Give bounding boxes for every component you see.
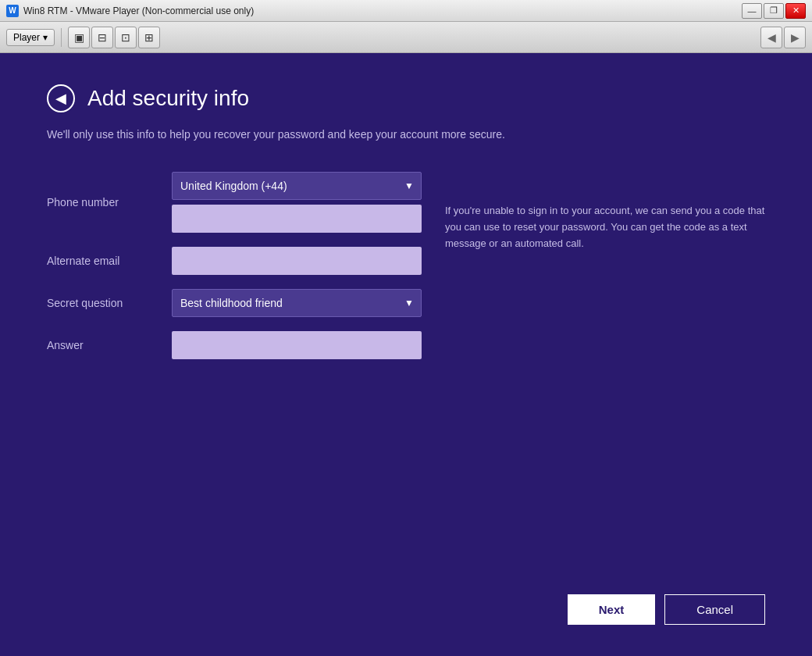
app-icon: W <box>6 5 19 17</box>
info-text: If you're unable to sign in to your acco… <box>445 203 765 251</box>
nav-forward-arrow[interactable]: ▶ <box>784 27 806 48</box>
minimize-button[interactable]: — <box>742 3 762 19</box>
secret-question-label: Secret question <box>47 297 172 309</box>
answer-row: Answer <box>47 331 422 359</box>
player-dropdown-icon: ▾ <box>43 32 48 43</box>
page-subtitle: We'll only use this info to help you rec… <box>47 128 765 141</box>
next-button[interactable]: Next <box>568 594 656 625</box>
phone-country-wrapper: United Kingdom (+44) United States (+1) … <box>172 172 422 200</box>
phone-control: United Kingdom (+44) United States (+1) … <box>172 172 422 233</box>
player-group: Player ▾ <box>6 29 55 46</box>
page-title: Add security info <box>87 86 249 111</box>
answer-label: Answer <box>47 339 172 351</box>
title-bar: W Win8 RTM - VMware Player (Non-commerci… <box>0 0 812 22</box>
secret-question-select[interactable]: Best childhood friend Name of first pet … <box>172 289 422 317</box>
phone-label: Phone number <box>47 196 172 209</box>
form-fields: Phone number United Kingdom (+44) United… <box>47 172 765 373</box>
alternate-email-label: Alternate email <box>47 255 172 267</box>
phone-field-group: United Kingdom (+44) United States (+1) … <box>172 172 422 233</box>
answer-input[interactable] <box>172 331 422 359</box>
toolbar-icon-4[interactable]: ⊞ <box>138 27 160 48</box>
toolbar-icons-group: ▣ ⊟ ⊡ ⊞ <box>68 27 160 48</box>
toolbar: Player ▾ ▣ ⊟ ⊡ ⊞ ◀ ▶ <box>0 22 812 53</box>
title-bar-buttons: — ❐ ✕ <box>742 3 806 19</box>
secret-question-control: Best childhood friend Name of first pet … <box>172 289 422 317</box>
main-content: ◀ Add security info We'll only use this … <box>0 53 812 656</box>
form-right-info: If you're unable to sign in to your acco… <box>445 172 765 373</box>
alternate-email-control <box>172 247 422 275</box>
restore-button[interactable]: ❐ <box>764 3 784 19</box>
player-label: Player <box>13 32 40 43</box>
toolbar-separator-1 <box>61 28 62 47</box>
toolbar-icon-3[interactable]: ⊡ <box>115 27 137 48</box>
alternate-email-row: Alternate email <box>47 247 422 275</box>
back-button[interactable]: ◀ <box>47 84 75 112</box>
cancel-button[interactable]: Cancel <box>664 594 765 625</box>
buttons-row: Next Cancel <box>47 547 765 625</box>
toolbar-icon-1[interactable]: ▣ <box>68 27 90 48</box>
nav-arrows: ◀ ▶ <box>760 27 806 48</box>
page-header: ◀ Add security info <box>47 84 765 112</box>
secret-question-row: Secret question Best childhood friend Na… <box>47 289 422 317</box>
alternate-email-input[interactable] <box>172 247 422 275</box>
form-container: ◀ Add security info We'll only use this … <box>0 53 812 656</box>
player-menu-button[interactable]: Player ▾ <box>6 29 55 46</box>
form-left: Phone number United Kingdom (+44) United… <box>47 172 422 373</box>
phone-number-input[interactable] <box>172 205 422 233</box>
title-bar-text: Win8 RTM - VMware Player (Non-commercial… <box>23 5 742 16</box>
toolbar-icon-2[interactable]: ⊟ <box>91 27 113 48</box>
nav-back-arrow[interactable]: ◀ <box>760 27 782 48</box>
phone-country-select[interactable]: United Kingdom (+44) United States (+1) … <box>172 172 422 200</box>
close-button[interactable]: ✕ <box>785 3 806 19</box>
back-arrow-icon: ◀ <box>55 90 66 107</box>
secret-question-wrapper: Best childhood friend Name of first pet … <box>172 289 422 317</box>
phone-number-row: Phone number United Kingdom (+44) United… <box>47 172 422 233</box>
answer-control <box>172 331 422 359</box>
